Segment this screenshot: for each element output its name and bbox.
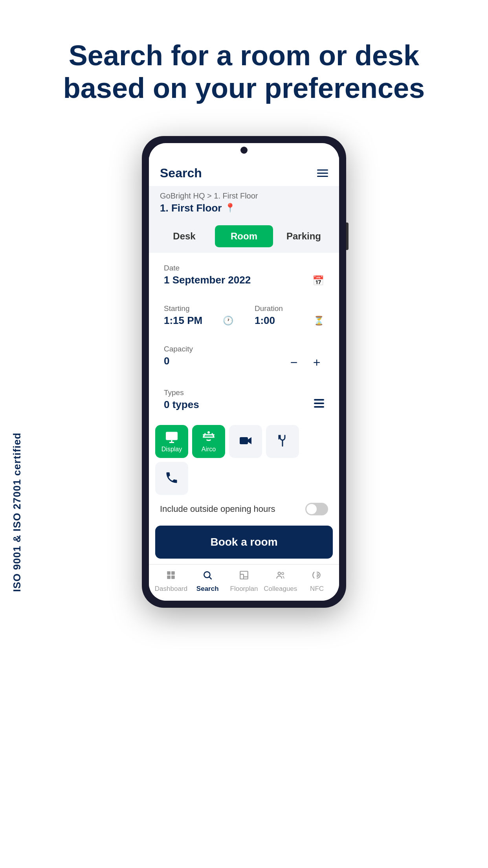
breadcrumb: GoBright HQ > 1. First Floor bbox=[160, 191, 328, 200]
types-field[interactable]: Types 0 types bbox=[155, 381, 333, 417]
location-bar: GoBright HQ > 1. First Floor 1. First Fl… bbox=[149, 186, 339, 221]
calendar-icon: 📅 bbox=[312, 275, 324, 286]
phone-screen: Search GoBright HQ > 1. First Floor 1. F… bbox=[149, 143, 339, 601]
svg-rect-7 bbox=[171, 571, 175, 575]
display-label: Display bbox=[161, 446, 182, 453]
amenity-phone-button[interactable] bbox=[155, 462, 188, 495]
duration-label: Duration bbox=[255, 304, 324, 313]
types-label: Types bbox=[164, 388, 324, 397]
floorplan-icon bbox=[239, 570, 249, 583]
capacity-increment-button[interactable]: + bbox=[309, 355, 324, 370]
amenity-display-button[interactable]: Display bbox=[155, 425, 188, 458]
svg-rect-8 bbox=[167, 576, 171, 579]
phone-icon bbox=[165, 471, 179, 485]
svg-rect-1 bbox=[314, 403, 324, 404]
phone-side-button bbox=[346, 223, 349, 250]
starting-label: Starting bbox=[164, 304, 233, 313]
app-header: Search bbox=[149, 157, 339, 186]
tab-parking[interactable]: Parking bbox=[275, 225, 333, 247]
tab-bar: Desk Room Parking bbox=[149, 221, 339, 253]
clock-icon: 🕐 bbox=[223, 316, 233, 326]
nav-colleagues[interactable]: Colleagues bbox=[262, 570, 299, 593]
amenity-video-button[interactable] bbox=[229, 425, 262, 458]
app-title: Search bbox=[160, 166, 202, 180]
date-field[interactable]: Date 1 September 2022 📅 bbox=[155, 257, 333, 293]
location-name[interactable]: 1. First Floor 📍 bbox=[160, 202, 328, 214]
dashboard-icon bbox=[166, 570, 176, 583]
tab-room[interactable]: Room bbox=[215, 225, 273, 247]
amenity-food-button[interactable] bbox=[266, 425, 299, 458]
page: ISO 9001 & ISO 27001 certified Search fo… bbox=[0, 0, 488, 868]
svg-rect-9 bbox=[171, 576, 175, 579]
iso-label: ISO 9001 & ISO 27001 certified bbox=[11, 432, 23, 592]
nav-search[interactable]: Search bbox=[189, 570, 226, 593]
capacity-label: Capacity bbox=[164, 345, 324, 353]
colleagues-icon bbox=[275, 570, 286, 583]
airco-label: Airco bbox=[202, 446, 216, 453]
hourglass-icon: ⏳ bbox=[314, 316, 324, 326]
nav-search-label: Search bbox=[196, 585, 219, 593]
nav-floorplan-label: Floorplan bbox=[230, 585, 258, 593]
starting-field[interactable]: Starting 1:15 PM 🕐 bbox=[155, 297, 242, 334]
hero-title: Search for a room or desk based on your … bbox=[0, 0, 488, 128]
time-row: Starting 1:15 PM 🕐 Duration 1:00 ⏳ bbox=[155, 297, 333, 334]
bottom-nav: Dashboard Search bbox=[149, 564, 339, 601]
svg-rect-3 bbox=[166, 432, 178, 440]
nav-colleagues-label: Colleagues bbox=[264, 585, 297, 593]
amenity-bar: Display Airco bbox=[149, 421, 339, 499]
location-pin-icon: 📍 bbox=[225, 203, 235, 213]
display-icon bbox=[165, 430, 179, 444]
duration-field[interactable]: Duration 1:00 ⏳ bbox=[246, 297, 333, 334]
app-content: Search GoBright HQ > 1. First Floor 1. F… bbox=[149, 157, 339, 601]
video-icon bbox=[238, 434, 253, 448]
nav-nfc-label: NFC bbox=[310, 585, 324, 593]
list-icon bbox=[314, 399, 324, 410]
date-label: Date bbox=[164, 264, 324, 272]
nav-nfc[interactable]: NFC bbox=[299, 570, 335, 593]
svg-point-4 bbox=[207, 431, 210, 434]
svg-rect-5 bbox=[240, 437, 248, 444]
svg-point-12 bbox=[278, 572, 281, 575]
search-icon bbox=[202, 570, 213, 583]
svg-rect-6 bbox=[167, 571, 171, 575]
book-room-button[interactable]: Book a room bbox=[155, 526, 333, 559]
capacity-controls: − + bbox=[164, 355, 324, 370]
tab-desk[interactable]: Desk bbox=[155, 225, 213, 247]
phone-wrapper: Search GoBright HQ > 1. First Floor 1. F… bbox=[0, 136, 488, 608]
phone-device: Search GoBright HQ > 1. First Floor 1. F… bbox=[142, 136, 346, 608]
nav-dashboard[interactable]: Dashboard bbox=[153, 570, 189, 593]
amenity-airco-button[interactable]: Airco bbox=[192, 425, 225, 458]
food-icon bbox=[275, 434, 290, 448]
menu-icon[interactable] bbox=[317, 169, 328, 177]
toggle-row: Include outside opening hours bbox=[149, 499, 339, 521]
camera-dot bbox=[240, 147, 248, 154]
nfc-icon bbox=[312, 570, 322, 583]
svg-point-13 bbox=[281, 572, 283, 574]
svg-rect-0 bbox=[314, 399, 324, 401]
outside-hours-toggle[interactable] bbox=[305, 503, 328, 515]
phone-notch bbox=[149, 143, 339, 157]
nav-dashboard-label: Dashboard bbox=[155, 585, 187, 593]
toggle-label: Include outside opening hours bbox=[160, 504, 275, 514]
nav-floorplan[interactable]: Floorplan bbox=[226, 570, 262, 593]
svg-rect-2 bbox=[314, 406, 324, 408]
capacity-field: Capacity 0 − + bbox=[155, 338, 333, 377]
capacity-decrement-button[interactable]: − bbox=[286, 355, 301, 370]
date-value: 1 September 2022 bbox=[164, 274, 324, 286]
airco-icon bbox=[202, 430, 216, 444]
